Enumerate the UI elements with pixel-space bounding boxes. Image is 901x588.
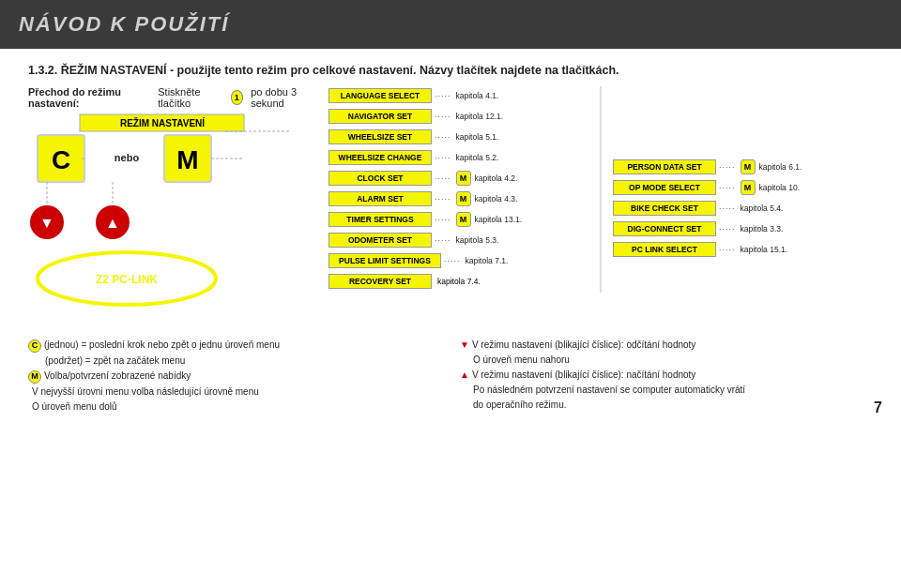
diagram-area: Přechod do režimu nastavení: Stiskněte t…	[28, 86, 319, 328]
notes-right: ▼V režimu nastavení (blikající číslice):…	[460, 338, 873, 415]
svg-text:▲: ▲	[105, 215, 120, 231]
m-badge-timer: M	[456, 212, 471, 227]
m-badge-opmode: M	[741, 180, 756, 195]
svg-text:nebo: nebo	[115, 152, 140, 163]
menu-item-digconnect: DIG-CONNECT SET	[613, 221, 716, 236]
menu-item-clock: CLOCK SET	[328, 171, 432, 186]
svg-text:▼: ▼	[39, 215, 54, 231]
bottom-notes: C(jednou) = poslední krok nebo zpět o je…	[28, 338, 873, 415]
section-heading: 1.3.2. ŘEŽIM NASTAVENÍ - použijte tento …	[28, 64, 873, 77]
menu-item-recovery: RECOVERY SET	[328, 274, 432, 289]
header: NÁVOD K POUŽITÍ	[0, 0, 901, 49]
menu-row-clock: CLOCK SET ····· M kapitola 4.2.	[328, 169, 588, 187]
menu-columns: LANGUAGE SELECT ····· kapitola 4.1. NAVI…	[328, 86, 873, 293]
menu-row-timer: TIMER SETTINGS ····· M kapitola 13.1.	[328, 210, 588, 228]
menu-row-recovery: RECOVERY SET kapitola 7.4.	[328, 272, 588, 290]
menu-row-digconnect: DIG-CONNECT SET ····· kapitola 3.3.	[613, 219, 873, 237]
menu-item-pclink: PC LINK SELECT	[613, 242, 716, 257]
menu-item-bike: BIKE CHECK SET	[613, 201, 716, 216]
m-badge-note: M	[28, 370, 41, 384]
svg-text:REŽIM NASTAVENÍ: REŽIM NASTAVENÍ	[120, 117, 205, 128]
menu-row-bike: BIKE CHECK SET ····· kapitola 5.4.	[613, 199, 873, 217]
diagram-svg: REŽIM NASTAVENÍ C M nebo ▼ ▲	[28, 114, 300, 325]
menu-item-person: PERSON DATA SET	[613, 159, 716, 174]
menu-item-wheelsize: WHEELSIZE SET	[328, 129, 432, 144]
m-badge-alarm: M	[456, 191, 471, 206]
menu-item-language: LANGUAGE SELECT	[328, 88, 432, 103]
menu-col-right: PERSON DATA SET ····· M kapitola 6.1. OP…	[613, 86, 873, 293]
menu-row-person: PERSON DATA SET ····· M kapitola 6.1.	[613, 158, 873, 175]
svg-text:C: C	[52, 145, 70, 174]
m-badge-person: M	[741, 159, 756, 174]
menu-row-navigator: NAVIGATOR SET ····· kapitola 12.1.	[328, 107, 588, 125]
svg-text:M: M	[176, 145, 198, 174]
menu-item-navigator: NAVIGATOR SET	[328, 109, 432, 124]
menu-row-pclink: PC LINK SELECT ····· kapitola 15.1.	[613, 240, 873, 258]
svg-text:Z2 PC-LINK: Z2 PC-LINK	[96, 273, 158, 286]
menu-row-opmode: OP MODE SELECT ····· M kapitola 10.	[613, 178, 873, 196]
menu-area: LANGUAGE SELECT ····· kapitola 4.1. NAVI…	[328, 86, 873, 293]
main-content: 1.3.2. ŘEŽIM NASTAVENÍ - použijte tento …	[0, 49, 901, 424]
menu-row-odometer: ODOMETER SET ····· kapitola 5.3.	[328, 231, 588, 249]
menu-item-wheelsize-change: WHEELSIZE CHANGE	[328, 150, 432, 165]
menu-row-wheelsize: WHEELSIZE SET ····· kapitola 5.1.	[328, 128, 588, 145]
menu-item-odometer: ODOMETER SET	[328, 233, 432, 248]
column-divider	[600, 86, 602, 293]
content-layout: Přechod do režimu nastavení: Stiskněte t…	[28, 86, 873, 328]
menu-item-alarm: ALARM SET	[328, 191, 432, 206]
menu-row-alarm: ALARM SET ····· M kapitola 4.3.	[328, 189, 588, 207]
menu-item-timer: TIMER SETTINGS	[328, 212, 432, 227]
subheading-right: Stiskněte tlačítko	[158, 86, 222, 109]
header-title: NÁVOD K POUŽITÍ	[19, 12, 229, 37]
menu-item-pulse: PULSE LIMIT SETTINGS	[328, 253, 441, 268]
subheading-left: Přechod do režimu nastavení:	[28, 86, 150, 109]
c-badge: C	[28, 339, 41, 353]
m-badge-clock: M	[456, 171, 471, 186]
menu-row-language: LANGUAGE SELECT ····· kapitola 4.1.	[328, 86, 588, 104]
menu-row-pulse: PULSE LIMIT SETTINGS ····· kapitola 7.1.	[328, 251, 588, 269]
menu-row-wheelsize-change: WHEELSIZE CHANGE ····· kapitola 5.2.	[328, 148, 588, 166]
btn1-badge: 1	[231, 90, 244, 105]
menu-item-opmode: OP MODE SELECT	[613, 180, 716, 195]
page-number: 7	[874, 400, 882, 416]
subheading-right2: po dobu 3 sekund	[251, 86, 319, 109]
notes-left: C(jednou) = poslední krok nebo zpět o je…	[28, 338, 441, 415]
menu-col-left: LANGUAGE SELECT ····· kapitola 4.1. NAVI…	[328, 86, 588, 293]
